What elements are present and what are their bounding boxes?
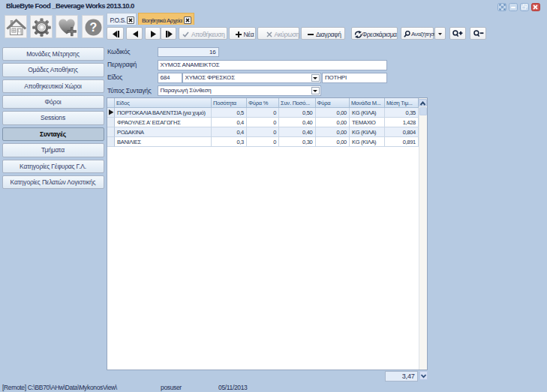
svg-text:?: ? (89, 21, 97, 34)
